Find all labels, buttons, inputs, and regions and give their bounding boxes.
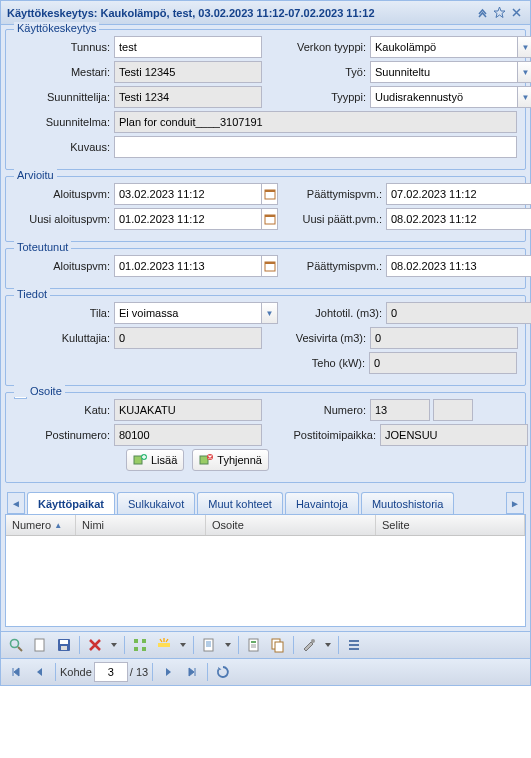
collapse-icon[interactable] — [475, 5, 490, 20]
dropdown-icon[interactable] — [177, 634, 189, 656]
page-input[interactable] — [94, 662, 128, 682]
refresh-icon[interactable] — [212, 661, 234, 683]
tab-scroll-right[interactable]: ► — [506, 492, 524, 514]
tyo-combo[interactable] — [370, 61, 517, 83]
sort-asc-icon: ▲ — [54, 521, 62, 530]
chevron-down-icon[interactable]: ▼ — [261, 302, 278, 324]
copy-icon[interactable] — [267, 634, 289, 656]
tila-combo[interactable] — [114, 302, 261, 324]
postinumero-input — [114, 424, 262, 446]
calendar-icon[interactable] — [261, 183, 278, 205]
teho-input — [369, 352, 517, 374]
zoom-icon[interactable] — [129, 634, 151, 656]
verkko-combo[interactable] — [370, 36, 517, 58]
report-icon[interactable] — [198, 634, 220, 656]
tyhjenna-button[interactable]: Tyhjennä — [192, 449, 269, 471]
paatty-date[interactable] — [386, 183, 531, 205]
numero-input — [370, 399, 430, 421]
chevron-down-icon[interactable]: ▼ — [517, 61, 531, 83]
katu-input — [114, 399, 262, 421]
chevron-down-icon[interactable]: ▼ — [517, 86, 531, 108]
johtotil-input — [386, 302, 531, 324]
svg-rect-25 — [158, 643, 170, 647]
next-page-icon[interactable] — [157, 661, 179, 683]
tunnus-input[interactable] — [114, 36, 262, 58]
svg-rect-23 — [134, 647, 138, 651]
settings-icon[interactable] — [298, 634, 320, 656]
svg-rect-24 — [142, 647, 146, 651]
fieldset-toteutunut: Toteutunut Aloituspvm: Päättymispvm.: — [5, 248, 526, 289]
dropdown-icon[interactable] — [222, 634, 234, 656]
uusi-aloitus-date[interactable] — [114, 208, 261, 230]
tab-muut-kohteet[interactable]: Muut kohteet — [197, 492, 283, 514]
kuluttajia-input — [114, 327, 262, 349]
tot-aloitus-date[interactable] — [114, 255, 261, 277]
svg-rect-28 — [251, 641, 256, 643]
svg-rect-19 — [60, 640, 68, 644]
calendar-icon[interactable] — [261, 255, 278, 277]
uusi-paatty-date[interactable] — [386, 208, 531, 230]
last-page-icon[interactable] — [181, 661, 203, 683]
vesivirta-input — [370, 327, 518, 349]
svg-rect-20 — [61, 646, 67, 650]
svg-rect-1 — [265, 190, 275, 192]
grid: Numero▲ Nimi Osoite Selite — [5, 515, 526, 627]
add-map-icon — [133, 453, 147, 467]
svg-rect-12 — [134, 456, 142, 464]
panel-title: Käyttökeskeytys: Kaukolämpö, test, 03.02… — [7, 7, 475, 19]
search-icon[interactable] — [5, 634, 27, 656]
col-nimi[interactable]: Nimi — [76, 515, 206, 535]
suunnitelma-input[interactable] — [114, 111, 517, 133]
kuvaus-input[interactable] — [114, 136, 517, 158]
svg-rect-14 — [200, 456, 208, 464]
numero2-input — [433, 399, 473, 421]
suunnittelija-input[interactable] — [114, 86, 262, 108]
close-icon[interactable] — [509, 5, 524, 20]
highlight-icon[interactable] — [153, 634, 175, 656]
svg-point-16 — [11, 640, 19, 648]
tyyppi-combo[interactable] — [370, 86, 517, 108]
prev-page-icon[interactable] — [29, 661, 51, 683]
tot-paatty-date[interactable] — [386, 255, 531, 277]
svg-point-31 — [311, 639, 315, 643]
fieldset-osoite: ▲ Osoite Katu: Numero: Postinumero: — [5, 392, 526, 483]
dropdown-icon[interactable] — [322, 634, 334, 656]
col-osoite[interactable]: Osoite — [206, 515, 376, 535]
calendar-icon[interactable] — [261, 208, 278, 230]
lisaa-button[interactable]: Lisää — [126, 449, 184, 471]
toimipaikka-input — [380, 424, 528, 446]
clear-map-icon — [199, 453, 213, 467]
grid-body — [6, 536, 525, 626]
save-icon[interactable] — [53, 634, 75, 656]
pager-total: / 13 — [130, 666, 148, 678]
mestari-input[interactable] — [114, 61, 262, 83]
tab-kayttopaikat[interactable]: Käyttöpaikat — [27, 492, 115, 514]
svg-rect-22 — [142, 639, 146, 643]
aloitus-date[interactable] — [114, 183, 261, 205]
list-icon[interactable] — [343, 634, 365, 656]
svg-rect-26 — [204, 639, 213, 651]
svg-rect-17 — [35, 639, 44, 651]
tab-havaintoja[interactable]: Havaintoja — [285, 492, 359, 514]
toolbar — [1, 631, 530, 658]
pager: Kohde / 13 — [1, 658, 530, 685]
svg-rect-30 — [275, 642, 283, 652]
form-icon[interactable] — [243, 634, 265, 656]
fieldset-kayttokeskeytys: Käyttökeskeytys Tunnus: Verkon tyyppi: ▼… — [5, 29, 526, 170]
tab-scroll-left[interactable]: ◄ — [7, 492, 25, 514]
fieldset-tiedot: Tiedot Tila: ▼ Johtotil. (m3): Kuluttaji… — [5, 295, 526, 386]
tab-strip: ◄ Käyttöpaikat Sulkukaivot Muut kohteet … — [5, 489, 526, 515]
favorite-icon[interactable] — [492, 5, 507, 20]
chevron-down-icon[interactable]: ▼ — [517, 36, 531, 58]
pager-label: Kohde — [60, 666, 92, 678]
dropdown-icon[interactable] — [108, 634, 120, 656]
new-icon[interactable] — [29, 634, 51, 656]
first-page-icon[interactable] — [5, 661, 27, 683]
delete-icon[interactable] — [84, 634, 106, 656]
col-selite[interactable]: Selite — [376, 515, 525, 535]
tab-sulkukaivot[interactable]: Sulkukaivot — [117, 492, 195, 514]
tab-muutoshistoria[interactable]: Muutoshistoria — [361, 492, 455, 514]
fieldset-arvioitu: Arvioitu Aloituspvm: Päättymispvm.: Uusi… — [5, 176, 526, 242]
svg-rect-9 — [265, 262, 275, 264]
col-numero[interactable]: Numero▲ — [6, 515, 76, 535]
